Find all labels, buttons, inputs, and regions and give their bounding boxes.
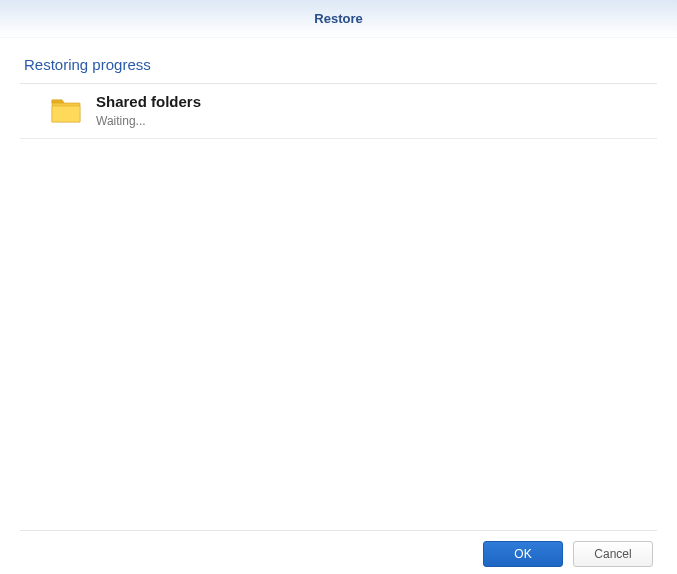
content-area: Shared folders Waiting... xyxy=(0,84,677,530)
button-bar: OK Cancel xyxy=(0,531,677,567)
cancel-button[interactable]: Cancel xyxy=(573,541,653,567)
list-item: Shared folders Waiting... xyxy=(20,84,657,139)
item-text-block: Shared folders Waiting... xyxy=(96,93,201,128)
window-title: Restore xyxy=(314,11,362,26)
section-heading: Restoring progress xyxy=(0,38,677,83)
item-status: Waiting... xyxy=(96,114,201,128)
folder-icon xyxy=(50,96,82,124)
item-title: Shared folders xyxy=(96,93,201,110)
ok-button[interactable]: OK xyxy=(483,541,563,567)
title-bar: Restore xyxy=(0,0,677,38)
